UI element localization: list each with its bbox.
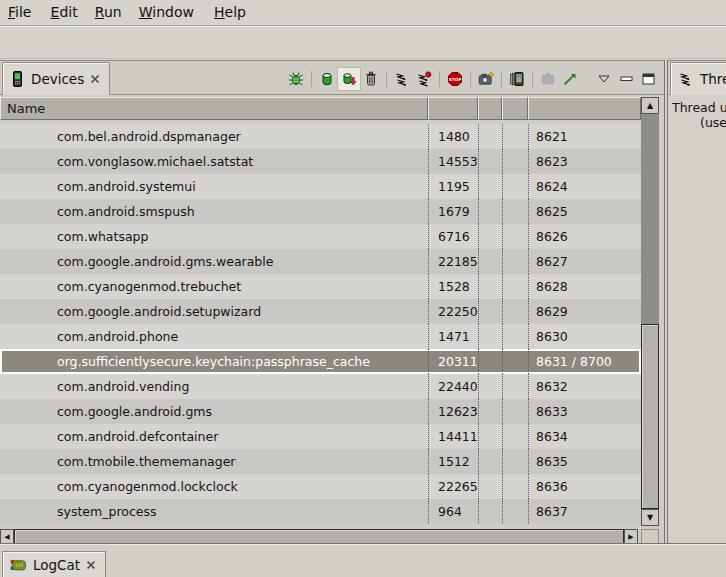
scroll-right-button[interactable]: ▶ — [624, 529, 638, 544]
main-toolbar-empty — [0, 27, 726, 59]
toolbar-separator — [311, 71, 312, 87]
table-row[interactable]: com.android.defcontainer 14411 8634 — [0, 424, 641, 449]
close-icon[interactable] — [86, 560, 96, 570]
table-row[interactable]: system_process 964 8637 — [0, 499, 641, 524]
toolbar-separator — [439, 71, 440, 87]
update-threads-button[interactable] — [391, 68, 413, 90]
process-name: com.whatsapp — [0, 224, 428, 249]
thread-indicator-cell — [502, 274, 528, 299]
heap-indicator-cell — [478, 249, 502, 274]
stop-process-button[interactable]: STOP — [444, 68, 466, 90]
table-row[interactable]: com.bel.android.dspmanager 1480 8621 — [0, 124, 641, 149]
stop-sign-icon: STOP — [447, 71, 463, 87]
heap-indicator-cell — [478, 224, 502, 249]
toolbar-separator — [501, 71, 502, 87]
tab-logcat[interactable]: LogCat — [2, 551, 106, 577]
vertical-scrollbar-thumb[interactable] — [641, 324, 659, 509]
heap-indicator-cell — [478, 424, 502, 449]
heap-indicator-cell — [478, 324, 502, 349]
debug-bug-icon — [288, 71, 304, 87]
svg-text:STOP: STOP — [449, 77, 462, 82]
table-row[interactable]: com.android.phone 1471 8630 — [0, 324, 641, 349]
logcat-tabbar: LogCat — [0, 543, 726, 577]
process-pid: 964 — [428, 499, 478, 524]
process-port: 8632 — [528, 374, 641, 399]
devices-toolbar: STOP — [285, 68, 659, 90]
process-pid: 12623 — [428, 399, 478, 424]
vertical-scrollbar[interactable]: ▲ ▼ — [641, 97, 659, 526]
device-screen-button[interactable] — [506, 68, 528, 90]
process-pid: 22265 — [428, 474, 478, 499]
heap-indicator-cell — [478, 174, 502, 199]
trash-icon — [363, 71, 379, 87]
maximize-view-button[interactable] — [637, 68, 659, 90]
threads-panel: Threads Thread updates not enabled for s… — [668, 60, 726, 543]
process-pid: 22185 — [428, 249, 478, 274]
process-port: 8630 — [528, 324, 641, 349]
minimize-view-button[interactable] — [615, 68, 637, 90]
toolbar-separator — [532, 71, 533, 87]
menu-window[interactable]: Window — [139, 0, 194, 25]
process-pid: 22250 — [428, 299, 478, 324]
menu-file[interactable]: File — [8, 0, 31, 25]
scroll-left-button[interactable]: ◀ — [0, 529, 14, 544]
dump-hprof-button[interactable] — [338, 68, 360, 90]
column-header-pid[interactable] — [428, 97, 478, 120]
table-row[interactable]: org.sufficientlysecure.keychain:passphra… — [0, 349, 641, 374]
device-screen-icon — [509, 71, 525, 87]
horizontal-scrollbar-thumb[interactable] — [14, 529, 624, 544]
method-profiling-icon — [416, 71, 432, 87]
start-method-profiling-button[interactable] — [413, 68, 435, 90]
table-row[interactable]: com.whatsapp 6716 8626 — [0, 224, 641, 249]
table-row[interactable]: com.google.android.gms.wearable 22185 86… — [0, 249, 641, 274]
heap-indicator-cell — [478, 199, 502, 224]
process-name: com.android.vending — [0, 374, 428, 399]
process-port: 8624 — [528, 174, 641, 199]
maximize-icon — [642, 73, 655, 85]
tab-devices[interactable]: Devices — [2, 62, 110, 95]
menu-run[interactable]: Run — [95, 0, 122, 25]
screen-capture-button[interactable] — [475, 68, 497, 90]
view-menu-button[interactable] — [593, 68, 615, 90]
column-header-name[interactable]: Name — [0, 97, 428, 120]
process-port: 8637 — [528, 499, 641, 524]
close-icon[interactable] — [90, 74, 100, 84]
thread-indicator-cell — [502, 174, 528, 199]
thread-indicator-cell — [502, 324, 528, 349]
column-header-port[interactable] — [528, 97, 641, 120]
table-row[interactable]: com.cyanogenmod.trebuchet 1528 8628 — [0, 274, 641, 299]
heap-indicator-cell — [478, 474, 502, 499]
table-row[interactable]: com.cyanogenmod.lockclock 22265 8636 — [0, 474, 641, 499]
scrollbar-corner — [641, 529, 659, 544]
scroll-up-button[interactable]: ▲ — [641, 97, 659, 114]
update-heap-button[interactable] — [316, 68, 338, 90]
cause-gc-button[interactable] — [360, 68, 382, 90]
process-name: com.android.phone — [0, 324, 428, 349]
table-row[interactable]: com.vonglasow.michael.satstat 14553 8623 — [0, 149, 641, 174]
table-row[interactable]: com.google.android.gms 12623 8633 — [0, 399, 641, 424]
table-row[interactable]: com.google.android.setupwizard 22250 862… — [0, 299, 641, 324]
scroll-down-button[interactable]: ▼ — [641, 509, 659, 526]
ui-hierarchy-button[interactable] — [537, 68, 559, 90]
threads-icon — [678, 71, 694, 87]
menu-edit[interactable]: Edit — [51, 0, 78, 25]
process-name: com.cyanogenmod.lockclock — [0, 474, 428, 499]
system-info-button[interactable] — [559, 68, 581, 90]
heap-indicator-cell — [478, 124, 502, 149]
menu-help[interactable]: Help — [214, 0, 246, 25]
table-row[interactable]: com.tmobile.thememanager 1512 8635 — [0, 449, 641, 474]
tab-threads[interactable]: Threads — [670, 62, 726, 95]
thread-indicator-cell — [502, 449, 528, 474]
table-header: Name — [0, 97, 641, 120]
table-row[interactable]: com.android.smspush 1679 8625 — [0, 199, 641, 224]
debug-process-button[interactable] — [285, 68, 307, 90]
table-row[interactable]: com.android.vending 22440 8632 — [0, 374, 641, 399]
process-name: com.google.android.gms — [0, 399, 428, 424]
table-row[interactable]: com.android.systemui 1195 8624 — [0, 174, 641, 199]
heap-indicator-cell — [478, 449, 502, 474]
process-port: 8626 — [528, 224, 641, 249]
column-header-thread[interactable] — [502, 97, 528, 120]
column-header-heap[interactable] — [478, 97, 502, 120]
process-pid: 14553 — [428, 149, 478, 174]
horizontal-scrollbar[interactable]: ◀ ▶ — [0, 529, 638, 544]
